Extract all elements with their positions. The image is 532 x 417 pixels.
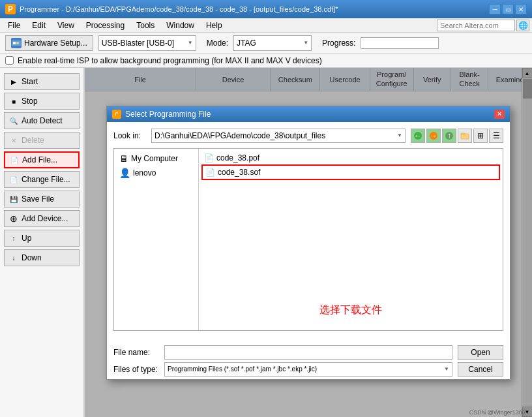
file-sof-label: code_38.sof (218, 168, 260, 177)
stop-label: Stop (22, 97, 38, 106)
menu-file[interactable]: File (3, 20, 25, 31)
auto-detect-icon: 🔍 (8, 116, 19, 126)
modal-title: Select Programming File (125, 110, 211, 119)
filename-input[interactable] (164, 345, 452, 360)
modal-footer: File name: Open Files of type: Programmi… (107, 343, 510, 379)
menu-processing[interactable]: Processing (81, 20, 130, 31)
progress-label: Progress: (322, 39, 355, 48)
add-file-icon: 📄 (9, 155, 20, 165)
cancel-button[interactable]: Cancel (458, 362, 503, 377)
menu-tools[interactable]: Tools (131, 20, 160, 31)
my-computer-label: My Computer (131, 154, 178, 163)
svg-text:←: ← (414, 131, 422, 140)
window-controls: ─ ▭ ✕ (489, 4, 527, 14)
add-device-button[interactable]: ⊕ Add Device... (4, 210, 80, 227)
auto-detect-button[interactable]: 🔍 Auto Detect (4, 112, 80, 129)
menu-view[interactable]: View (52, 20, 80, 31)
isp-row: Enable real-time ISP to allow background… (0, 54, 532, 68)
content-area: File Device Checksum Usercode Program/Co… (85, 68, 532, 417)
save-file-icon: 💾 (8, 194, 19, 204)
modal-body: Look in: D:\Ganhui\EDA\FPGAdemo\code_38\… (107, 122, 510, 343)
file-sof-icon: 📄 (205, 168, 215, 177)
start-icon: ▶ (8, 76, 19, 87)
look-in-row: Look in: D:\Ganhui\EDA\FPGAdemo\code_38\… (113, 129, 503, 143)
filetype-dropdown[interactable]: Programming Files (*.sof *.pof *.jam *.j… (164, 362, 452, 377)
nav-back-button[interactable]: ← (411, 129, 425, 143)
modal-title-bar: P Select Programming File ✕ (107, 106, 510, 122)
hardware-setup-button[interactable]: Hardware Setup... (5, 35, 93, 51)
hardware-setup-icon (11, 38, 22, 48)
lenovo-item[interactable]: 👤 lenovo (117, 166, 196, 180)
down-button[interactable]: ↓ Down (4, 249, 80, 266)
file-pof[interactable]: 📄 code_38.pof (201, 151, 500, 164)
menu-window[interactable]: Window (161, 20, 200, 31)
svg-rect-1 (13, 42, 16, 44)
save-file-label: Save File (22, 194, 54, 204)
stop-button[interactable]: ■ Stop (4, 93, 80, 110)
look-in-dropdown[interactable]: D:\Ganhui\EDA\FPGAdemo\code_38\output_fi… (151, 129, 406, 143)
down-icon: ↓ (8, 253, 19, 263)
view-list-button[interactable]: ☰ (489, 129, 503, 143)
close-button[interactable]: ✕ (515, 4, 527, 14)
search-button[interactable]: 🌐 (516, 20, 529, 31)
file-sof[interactable]: 📄 code_38.sof (201, 164, 500, 180)
look-in-label: Look in: (113, 131, 146, 140)
start-button[interactable]: ▶ Start (4, 73, 80, 90)
add-file-button[interactable]: 📄 Add File... (4, 151, 80, 168)
filetype-row: Files of type: Programming Files (*.sof … (113, 362, 503, 377)
hardware-setup-label: Hardware Setup... (24, 39, 87, 48)
filename-label: File name: (113, 348, 159, 357)
look-in-path: D:\Ganhui\EDA\FPGAdemo\code_38\output_fi… (155, 131, 325, 140)
blaster-value: USB-Blaster [USB-0] (102, 39, 174, 48)
mode-dropdown[interactable]: JTAG ▼ (233, 35, 312, 51)
folder-panel: 🖥 My Computer 👤 lenovo (114, 149, 199, 330)
svg-text:→: → (430, 131, 437, 140)
up-button[interactable]: ↑ Up (4, 230, 80, 247)
start-label: Start (22, 77, 38, 86)
filetype-label: Files of type: (113, 365, 159, 374)
svg-point-2 (16, 42, 19, 44)
mode-chevron-icon: ▼ (303, 40, 308, 46)
delete-label: Delete (22, 136, 44, 145)
add-device-label: Add Device... (22, 214, 68, 223)
isp-checkbox[interactable] (5, 56, 14, 65)
main-area: ▶ Start ■ Stop 🔍 Auto Detect ✕ Delete 📄 … (0, 68, 532, 417)
sidebar: ▶ Start ■ Stop 🔍 Auto Detect ✕ Delete 📄 … (0, 68, 85, 417)
modal-overlay: P Select Programming File ✕ Look in: D:\… (85, 68, 532, 417)
change-file-icon: 📄 (8, 174, 19, 185)
menu-help[interactable]: Help (201, 20, 228, 31)
toolbar: Hardware Setup... USB-Blaster [USB-0] ▼ … (0, 33, 532, 54)
window-title: Programmer - D:/Ganhui/EDA/FPGAdemo/code… (20, 5, 338, 13)
nav-up-button[interactable]: ↑ (442, 129, 456, 143)
svg-rect-10 (461, 133, 465, 134)
lenovo-label: lenovo (133, 168, 156, 178)
my-computer-item[interactable]: 🖥 My Computer (117, 151, 196, 166)
look-in-toolbar: ← → ↑ ⊞ ☰ (411, 129, 503, 143)
delete-icon: ✕ (8, 135, 19, 146)
delete-button[interactable]: ✕ Delete (4, 132, 80, 149)
mode-label: Mode: (207, 39, 228, 48)
save-file-button[interactable]: 💾 Save File (4, 191, 80, 208)
add-file-label: Add File... (22, 155, 57, 164)
filename-row: File name: Open (113, 345, 503, 360)
modal-close-button[interactable]: ✕ (494, 110, 505, 119)
menu-edit[interactable]: Edit (27, 20, 51, 31)
up-label: Up (22, 234, 31, 243)
blaster-dropdown[interactable]: USB-Blaster [USB-0] ▼ (98, 35, 196, 51)
change-file-button[interactable]: 📄 Change File... (4, 171, 80, 188)
open-button[interactable]: Open (458, 345, 503, 360)
auto-detect-label: Auto Detect (22, 116, 63, 125)
view-grid-button[interactable]: ⊞ (473, 129, 488, 143)
look-in-chevron-icon: ▼ (397, 132, 402, 138)
nav-forward-button[interactable]: → (426, 129, 441, 143)
stop-icon: ■ (8, 96, 19, 106)
file-pof-icon: 📄 (204, 153, 214, 162)
minimize-button[interactable]: ─ (489, 4, 501, 14)
new-folder-button[interactable] (458, 129, 472, 143)
file-pof-label: code_38.pof (216, 153, 259, 162)
up-icon: ↑ (8, 233, 19, 243)
file-browser: 🖥 My Computer 👤 lenovo 📄 (113, 148, 503, 331)
change-file-label: Change File... (22, 175, 70, 184)
restore-button[interactable]: ▭ (502, 4, 514, 14)
search-input[interactable] (437, 20, 515, 31)
